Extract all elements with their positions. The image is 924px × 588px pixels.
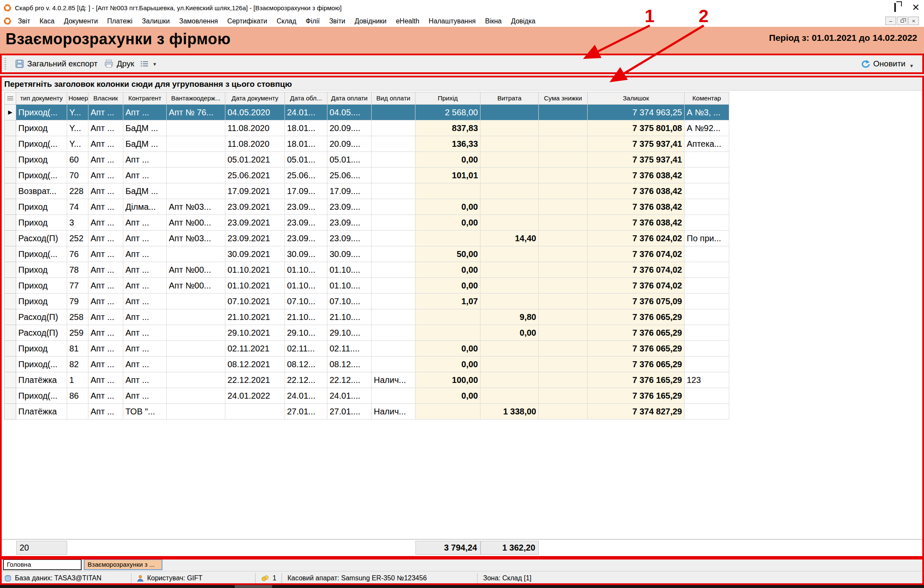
table-cell[interactable]: Налич... bbox=[372, 404, 415, 420]
table-cell[interactable]: 100,00 bbox=[415, 372, 480, 388]
table-cell[interactable]: 20.09.... bbox=[327, 136, 372, 152]
table-cell[interactable] bbox=[685, 404, 729, 420]
tab-main[interactable]: Головна bbox=[3, 559, 82, 570]
table-cell[interactable]: 27.01.... bbox=[327, 404, 372, 420]
table-cell[interactable]: Апт ... bbox=[88, 120, 123, 136]
table-cell[interactable]: 29.10.... bbox=[327, 325, 372, 341]
table-cell[interactable]: 2 568,00 bbox=[415, 105, 480, 120]
table-row[interactable]: Расход(П)259Апт ...Апт ...29.10.202129.1… bbox=[4, 325, 729, 341]
table-cell[interactable] bbox=[372, 152, 415, 168]
table-cell[interactable] bbox=[167, 404, 225, 420]
menu-item-9[interactable]: Звіти bbox=[324, 17, 350, 25]
tab-settlements[interactable]: Взаєморозрахунки з ... bbox=[84, 559, 162, 570]
table-cell[interactable]: Апт ... bbox=[88, 357, 123, 372]
table-row[interactable]: Приход(...76Апт ...Апт ...30.09.202130.0… bbox=[4, 246, 729, 262]
table-cell[interactable] bbox=[480, 120, 539, 136]
table-cell[interactable] bbox=[539, 199, 588, 215]
table-cell[interactable]: 01.10... bbox=[285, 278, 327, 294]
table-cell[interactable]: Приход bbox=[16, 152, 67, 168]
table-row[interactable]: ▶Приход(...Y...Апт ...Апт ...Апт № 76...… bbox=[4, 105, 729, 120]
table-cell[interactable]: 1,07 bbox=[415, 294, 480, 309]
table-cell[interactable]: 79 bbox=[67, 294, 88, 309]
table-cell[interactable]: БаДМ ... bbox=[123, 136, 167, 152]
list-options-button[interactable]: ▾ bbox=[137, 59, 159, 69]
table-cell[interactable]: 78 bbox=[67, 262, 88, 278]
mdi-minimize-button[interactable]: – bbox=[885, 17, 896, 25]
table-cell[interactable] bbox=[67, 404, 88, 420]
table-cell[interactable]: Y... bbox=[67, 105, 88, 120]
table-cell[interactable]: 7 376 024,02 bbox=[588, 231, 685, 246]
table-cell[interactable] bbox=[539, 168, 588, 183]
column-header-3[interactable]: Контрагент bbox=[123, 92, 167, 105]
table-cell[interactable]: Апт ... bbox=[88, 404, 123, 420]
table-cell[interactable]: 0,00 bbox=[480, 325, 539, 341]
table-cell[interactable]: 01.10.... bbox=[327, 278, 372, 294]
column-header-2[interactable]: Власник bbox=[88, 92, 123, 105]
table-row[interactable]: Расход(П)252Апт ...Апт ...Апт №03...23.0… bbox=[4, 231, 729, 246]
table-cell[interactable] bbox=[167, 152, 225, 168]
table-row[interactable]: ПлатёжкаАпт ...ТОВ "...27.01...27.01....… bbox=[4, 404, 729, 420]
table-cell[interactable]: 14,40 bbox=[480, 231, 539, 246]
table-cell[interactable] bbox=[685, 309, 729, 325]
table-cell[interactable] bbox=[539, 388, 588, 404]
row-indicator[interactable] bbox=[4, 278, 16, 294]
table-cell[interactable] bbox=[539, 152, 588, 168]
row-indicator[interactable] bbox=[4, 120, 16, 136]
table-cell[interactable]: 77 bbox=[67, 278, 88, 294]
table-cell[interactable]: 81 bbox=[67, 341, 88, 357]
export-button[interactable]: Загальний експорт bbox=[11, 57, 101, 70]
table-cell[interactable] bbox=[415, 231, 480, 246]
table-cell[interactable]: Приход bbox=[16, 262, 67, 278]
table-cell[interactable]: Приход(... bbox=[16, 105, 67, 120]
table-cell[interactable]: Апт №00... bbox=[167, 278, 225, 294]
menu-item-13[interactable]: Вікна bbox=[480, 17, 506, 25]
table-cell[interactable] bbox=[539, 294, 588, 309]
table-cell[interactable]: 0,00 bbox=[415, 215, 480, 231]
table-cell[interactable]: 18.01... bbox=[285, 136, 327, 152]
table-cell[interactable]: Апт №03... bbox=[167, 231, 225, 246]
table-row[interactable]: Платёжка1Апт ...Апт ...22.12.202122.12..… bbox=[4, 372, 729, 388]
table-cell[interactable]: Апт ... bbox=[88, 246, 123, 262]
table-cell[interactable]: 0,00 bbox=[415, 152, 480, 168]
table-cell[interactable] bbox=[167, 388, 225, 404]
table-cell[interactable] bbox=[685, 357, 729, 372]
table-cell[interactable] bbox=[372, 199, 415, 215]
table-cell[interactable]: Приход bbox=[16, 294, 67, 309]
row-indicator[interactable] bbox=[4, 136, 16, 152]
table-cell[interactable]: 0,00 bbox=[415, 199, 480, 215]
table-cell[interactable]: Апт №00... bbox=[167, 215, 225, 231]
table-cell[interactable]: Апт ... bbox=[88, 168, 123, 183]
table-cell[interactable] bbox=[685, 152, 729, 168]
table-cell[interactable]: 7 374 827,29 bbox=[588, 404, 685, 420]
group-by-panel[interactable]: Перетягніть заголовок колонки сюди для у… bbox=[0, 78, 924, 91]
table-cell[interactable] bbox=[167, 325, 225, 341]
restore-button[interactable] bbox=[894, 4, 896, 11]
table-cell[interactable] bbox=[539, 325, 588, 341]
table-cell[interactable] bbox=[480, 341, 539, 357]
table-cell[interactable]: Апт ... bbox=[88, 136, 123, 152]
table-cell[interactable]: Платёжка bbox=[16, 404, 67, 420]
table-cell[interactable]: 0,00 bbox=[415, 388, 480, 404]
table-cell[interactable]: Приход(... bbox=[16, 357, 67, 372]
row-indicator[interactable] bbox=[4, 341, 16, 357]
table-cell[interactable] bbox=[372, 246, 415, 262]
table-cell[interactable]: Апт ... bbox=[88, 262, 123, 278]
table-cell[interactable]: 08.12.... bbox=[327, 357, 372, 372]
table-row[interactable]: Приход(...82Апт ...Апт ...08.12.202108.1… bbox=[4, 357, 729, 372]
column-header-1[interactable]: Номер bbox=[67, 92, 88, 105]
table-cell[interactable] bbox=[539, 357, 588, 372]
table-cell[interactable] bbox=[685, 278, 729, 294]
table-cell[interactable]: 29.10.2021 bbox=[225, 325, 285, 341]
table-cell[interactable]: Апт №00... bbox=[167, 262, 225, 278]
table-cell[interactable]: 24.01... bbox=[285, 105, 327, 120]
table-cell[interactable] bbox=[539, 309, 588, 325]
row-indicator[interactable] bbox=[4, 404, 16, 420]
table-cell[interactable] bbox=[372, 278, 415, 294]
table-cell[interactable]: 24.01.2022 bbox=[225, 388, 285, 404]
table-cell[interactable] bbox=[480, 278, 539, 294]
table-cell[interactable]: 17.09.2021 bbox=[225, 183, 285, 199]
column-header-11[interactable]: Сума знижки bbox=[539, 92, 588, 105]
table-cell[interactable] bbox=[539, 262, 588, 278]
table-cell[interactable]: ТОВ "... bbox=[123, 404, 167, 420]
row-indicator[interactable] bbox=[4, 357, 16, 372]
